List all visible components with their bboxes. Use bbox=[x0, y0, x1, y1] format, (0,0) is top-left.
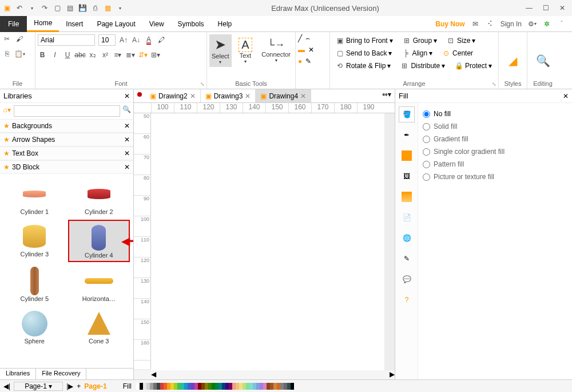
section-3d-block[interactable]: ★3D Block✕ bbox=[0, 160, 133, 174]
globe-icon[interactable]: 🌐 bbox=[399, 230, 415, 246]
pencil-icon[interactable]: ✎ bbox=[305, 57, 311, 65]
section-backgrounds[interactable]: ★Backgrounds✕ bbox=[0, 119, 133, 133]
tab-help[interactable]: Help bbox=[211, 16, 239, 32]
editing-icon[interactable]: 🔍 bbox=[538, 56, 547, 65]
bottom-tab-libraries[interactable]: Libraries bbox=[0, 369, 36, 379]
tab-nav-icon[interactable]: ⇔▾ bbox=[379, 89, 395, 102]
shape-cylinder-3[interactable]: Cylinder 3 bbox=[3, 220, 66, 262]
doc-tab-drawing2[interactable]: ▣Drawing2✕ bbox=[145, 89, 201, 102]
page-nav-icon[interactable]: ◀| bbox=[3, 382, 10, 390]
edit-icon[interactable]: ✎ bbox=[399, 251, 415, 267]
font-color-icon[interactable]: A bbox=[144, 35, 153, 45]
collapse-ribbon-icon[interactable]: ˇ bbox=[557, 19, 566, 29]
fill-option-gradient[interactable]: Gradient fill bbox=[423, 133, 567, 145]
feedback-icon[interactable]: ✉ bbox=[471, 19, 480, 29]
rotate-flip-button[interactable]: ⟲Rotate & Flip▾ bbox=[332, 60, 394, 72]
drawing-canvas[interactable] bbox=[151, 113, 384, 370]
bullets-icon[interactable]: ≣▾ bbox=[126, 50, 135, 60]
send-back-button[interactable]: ▢Send to Back▾ bbox=[332, 47, 395, 60]
qat-more-icon[interactable]: ▦ bbox=[103, 3, 112, 13]
highlight-icon[interactable]: 🖍 bbox=[157, 35, 166, 45]
font-name-input[interactable] bbox=[38, 34, 95, 46]
superscript-icon[interactable]: x² bbox=[101, 50, 110, 60]
page-dropdown[interactable]: Page-1 ▾ bbox=[14, 382, 63, 391]
tab-symbols[interactable]: Symbols bbox=[171, 16, 211, 32]
help-icon[interactable]: ? bbox=[399, 292, 415, 308]
line-spacing-icon[interactable]: ≡▾ bbox=[113, 50, 122, 60]
select-tool[interactable]: ➤Select▾ bbox=[209, 34, 232, 67]
search-icon[interactable]: 🔍 bbox=[122, 105, 131, 117]
buy-now-link[interactable]: Buy Now bbox=[435, 20, 464, 28]
shape-cylinder-4[interactable]: Cylinder 4 bbox=[68, 220, 130, 262]
minimize-icon[interactable]: — bbox=[526, 4, 533, 12]
shape-horizontal[interactable]: Horizonta… bbox=[68, 264, 130, 304]
distribute-button[interactable]: ⊞Distribute▾ bbox=[397, 60, 448, 72]
copy-icon[interactable]: ⎘ bbox=[2, 49, 11, 58]
group-styles-label[interactable]: Styles bbox=[499, 80, 527, 87]
fill-option-none[interactable]: No fill bbox=[423, 108, 567, 120]
fill-option-pattern[interactable]: Pattern fill bbox=[423, 158, 567, 171]
bring-front-button[interactable]: ▣Bring to Front▾ bbox=[332, 34, 396, 47]
scroll-right-icon[interactable]: ▶ bbox=[390, 370, 395, 379]
center-button[interactable]: ⊙Center bbox=[439, 47, 476, 60]
libraries-close-icon[interactable]: ✕ bbox=[124, 92, 130, 100]
size-button[interactable]: ⊡Size▾ bbox=[443, 34, 478, 47]
fill-option-solid[interactable]: Solid fill bbox=[423, 120, 567, 133]
connector-tool[interactable]: └→Connector▾ bbox=[259, 37, 293, 65]
text-direction-icon[interactable]: ⇵▾ bbox=[138, 50, 148, 60]
close-icon[interactable]: ✕ bbox=[559, 4, 565, 12]
shape-sphere[interactable]: Sphere bbox=[3, 307, 66, 347]
open-icon[interactable]: ▤ bbox=[65, 3, 74, 13]
cross-icon[interactable]: ✕ bbox=[308, 46, 314, 54]
record-icon[interactable] bbox=[137, 92, 142, 97]
solid-icon[interactable] bbox=[399, 148, 415, 164]
maximize-icon[interactable]: ☐ bbox=[543, 4, 549, 12]
close-tab-icon[interactable]: ✕ bbox=[190, 92, 196, 100]
save-icon[interactable]: 💾 bbox=[78, 3, 87, 13]
italic-icon[interactable]: I bbox=[50, 50, 59, 60]
fill-close-icon[interactable]: ✕ bbox=[563, 92, 569, 100]
ellipse-icon[interactable]: ● bbox=[298, 57, 302, 65]
gear-icon[interactable]: ⚙▾ bbox=[527, 19, 537, 29]
section-arrow-shapes[interactable]: ★Arrow Shapes✕ bbox=[0, 133, 133, 146]
file-menu[interactable]: File bbox=[0, 16, 27, 32]
library-search-input[interactable] bbox=[14, 105, 120, 117]
shape-cylinder-2[interactable]: Cylinder 2 bbox=[68, 177, 130, 217]
tab-insert[interactable]: Insert bbox=[59, 16, 90, 32]
gradient-icon[interactable] bbox=[399, 189, 415, 205]
text-tool[interactable]: AText▾ bbox=[235, 35, 256, 66]
undo-dropdown-icon[interactable]: ▾ bbox=[27, 3, 37, 13]
rect-icon[interactable]: ▬ bbox=[298, 46, 305, 54]
image-icon[interactable]: 🖼 bbox=[399, 168, 415, 184]
paste-icon[interactable]: 📋▾ bbox=[15, 49, 24, 58]
redo-icon[interactable]: ↷ bbox=[40, 3, 49, 13]
group-editing-label[interactable]: Editing bbox=[527, 80, 558, 87]
active-page-label[interactable]: Page-1 bbox=[84, 382, 106, 390]
protect-button[interactable]: 🔒Protect▾ bbox=[451, 60, 495, 72]
font-size-input[interactable] bbox=[98, 34, 116, 46]
tab-view[interactable]: View bbox=[142, 16, 171, 32]
qat-dropdown-icon[interactable]: ▾ bbox=[116, 3, 125, 13]
tab-home[interactable]: Home bbox=[27, 16, 59, 32]
styles-icon[interactable]: ◢ bbox=[509, 56, 518, 65]
doc-tab-drawing4[interactable]: ▣Drawing4✕ bbox=[256, 89, 311, 102]
close-tab-icon[interactable]: ✕ bbox=[300, 92, 306, 100]
shape-cone-3[interactable]: Cone 3 bbox=[68, 307, 130, 347]
line-icon[interactable]: ╱ bbox=[298, 34, 302, 42]
close-tab-icon[interactable]: ✕ bbox=[245, 92, 251, 100]
font-dialog-launcher-icon[interactable]: ⤡ bbox=[200, 81, 205, 87]
align-text-icon[interactable]: ⊞▾ bbox=[151, 50, 160, 60]
doc-tab-drawing3[interactable]: ▣Drawing3✕ bbox=[201, 89, 256, 102]
scroll-left-icon[interactable]: ◀ bbox=[151, 370, 156, 379]
group-button[interactable]: ⊞Group▾ bbox=[399, 34, 440, 47]
new-icon[interactable]: ▢ bbox=[53, 3, 62, 13]
pen-icon[interactable]: ✒ bbox=[399, 127, 415, 143]
color-palette[interactable] bbox=[136, 383, 294, 390]
sign-in-link[interactable]: Sign In bbox=[500, 20, 522, 28]
grow-font-icon[interactable]: A↑ bbox=[119, 35, 128, 45]
format-painter-icon[interactable]: 🖌 bbox=[15, 34, 24, 43]
fill-option-single-gradient[interactable]: Single color gradient fill bbox=[423, 145, 567, 158]
bottom-tab-file-recovery[interactable]: File Recovery bbox=[36, 369, 86, 379]
page-icon[interactable]: 📄 bbox=[399, 209, 415, 225]
shape-cylinder-5[interactable]: Cylinder 5 bbox=[3, 264, 66, 304]
